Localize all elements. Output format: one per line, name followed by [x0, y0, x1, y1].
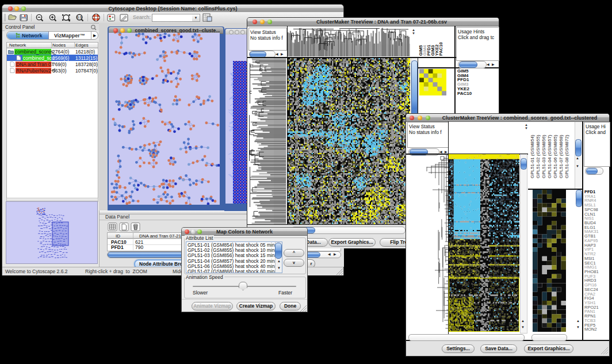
svg-text:1:1: 1:1	[77, 16, 82, 19]
